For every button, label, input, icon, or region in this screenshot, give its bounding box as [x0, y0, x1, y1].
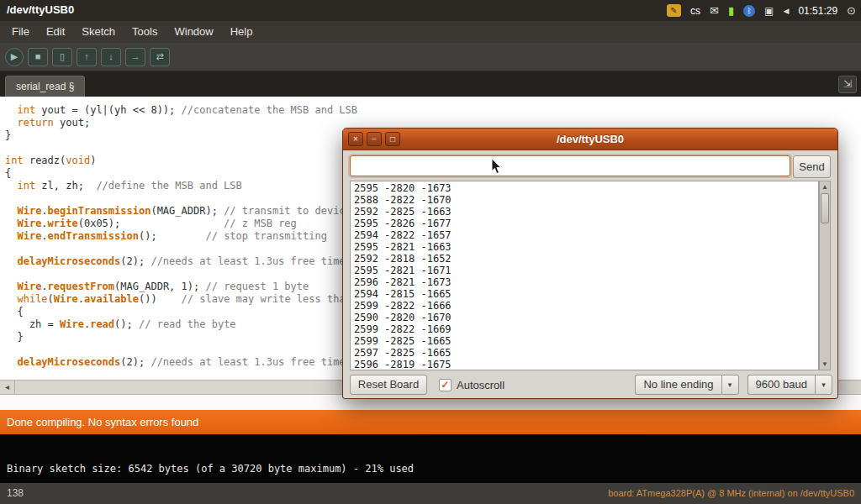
serial-output-line: 2595 -2821 -1671 [354, 265, 815, 276]
menu-file[interactable]: File [3, 21, 38, 43]
window-buttons: × − □ [348, 132, 400, 146]
mail-icon[interactable]: ✉ [710, 4, 719, 17]
serial-monitor-window: × − □ /dev/ttyUSB0 Send 2595 -2820 -1673… [342, 128, 838, 399]
clock[interactable]: 01:51:29 [798, 5, 837, 17]
tab-strip: serial_read § ⇲ [0, 71, 861, 97]
baud-value: 9600 baud [747, 375, 815, 395]
system-tray: ✎cs✉▮ᛒ▣◀ 01:51:29 ⊙ [667, 0, 856, 21]
autoscroll-checkbox[interactable]: ✓ [439, 379, 452, 391]
minimize-button[interactable]: − [367, 132, 382, 146]
keyboard-indicator-icon[interactable]: ✎ [667, 4, 681, 17]
scroll-up-arrow[interactable]: ▲ [820, 181, 830, 192]
open-sketch-icon: ↑ [84, 52, 89, 61]
serial-output-line: 2597 -2825 -1665 [354, 347, 815, 359]
console: Binary sketch size: 6542 bytes (of a 307… [0, 434, 861, 483]
serial-controls: Reset Board ✓ Autoscroll No line ending … [350, 374, 832, 396]
serial-output-line: 2595 -2820 -1673 [354, 182, 815, 194]
window-titlebar[interactable]: × − □ /dev/ttyUSB0 [343, 129, 837, 150]
serial-output-line: 2594 -2815 -1665 [354, 288, 815, 300]
baud-select[interactable]: 9600 baud ▾ [747, 375, 832, 395]
serial-output-line: 2590 -2820 -1670 [354, 312, 815, 323]
window-title-panel: /dev/ttyUSB0 [7, 3, 74, 16]
maximize-button[interactable]: □ [385, 132, 400, 146]
serial-output-line: 2592 -2825 -1663 [354, 206, 815, 218]
hscroll-left-arrow[interactable]: ◂ [0, 381, 15, 394]
close-button[interactable]: × [348, 132, 363, 146]
line-number: 138 [7, 483, 24, 504]
stop-icon: ■ [35, 52, 41, 61]
serial-output-line: 2595 -2821 -1663 [354, 241, 815, 253]
serial-output-line: 2595 -2826 -1677 [354, 218, 815, 229]
serial-input[interactable] [350, 155, 790, 176]
serial-monitor-button[interactable]: ⇄ [150, 48, 170, 66]
open-sketch-button[interactable]: ↑ [77, 48, 97, 66]
status-bar: Done compiling. No syntax errors found [0, 410, 861, 434]
serial-monitor-icon: ⇄ [156, 52, 163, 61]
tab-serial-read[interactable]: serial_read § [5, 76, 85, 97]
stop-button[interactable]: ■ [28, 48, 48, 66]
chevron-down-icon[interactable]: ▾ [721, 375, 739, 395]
battery-icon[interactable]: ▮ [728, 4, 734, 17]
menu-bar: FileEditSketchToolsWindowHelp [0, 21, 861, 43]
menu-help[interactable]: Help [222, 21, 261, 43]
mouse-cursor [491, 158, 503, 175]
menu-tools[interactable]: Tools [124, 21, 166, 43]
console-text: Binary sketch size: 6542 bytes (of a 307… [7, 463, 414, 475]
serial-vscrollbar[interactable]: ▲ ▼ [819, 181, 831, 370]
serial-output-line: 2588 -2822 -1670 [354, 194, 815, 206]
send-button[interactable]: Send [793, 155, 831, 178]
serial-output-line: 2594 -2822 -1657 [354, 229, 815, 241]
scroll-down-arrow[interactable]: ▼ [820, 359, 830, 370]
tab-menu-button[interactable]: ⇲ [838, 76, 857, 93]
serial-output-line: 2599 -2822 -1666 [354, 300, 815, 312]
serial-output-line: 2596 -2819 -1675 [354, 359, 815, 370]
serial-output-line: 2592 -2818 -1652 [354, 253, 815, 265]
serial-output[interactable]: 2595 -2820 -16732588 -2822 -16702592 -28… [350, 181, 819, 370]
menu-window[interactable]: Window [166, 21, 221, 43]
bluetooth-icon[interactable]: ᛒ [743, 5, 755, 17]
reset-board-button[interactable]: Reset Board [350, 375, 427, 395]
window-title: /dev/ttyUSB0 [343, 129, 837, 150]
desktop-panel: /dev/ttyUSB0 ✎cs✉▮ᛒ▣◀ 01:51:29 ⊙ [0, 0, 861, 21]
chevron-down-icon[interactable]: ▾ [815, 375, 832, 395]
toolbar: ▶■▯↑↓→⇄ [0, 43, 861, 71]
volume-icon[interactable]: ◀ [783, 7, 789, 15]
upload-icon: → [131, 52, 140, 61]
input-language-icon[interactable]: cs [690, 5, 700, 17]
serial-output-line: 2599 -2825 -1665 [354, 335, 815, 347]
session-menu-icon[interactable]: ⊙ [847, 4, 856, 17]
serial-output-line: 2596 -2821 -1673 [354, 276, 815, 288]
save-sketch-icon: ↓ [108, 52, 114, 61]
verify-button[interactable]: ▶ [5, 48, 24, 66]
verify-icon: ▶ [11, 52, 18, 61]
scroll-thumb[interactable] [821, 193, 829, 223]
menu-edit[interactable]: Edit [38, 21, 73, 43]
line-ending-select[interactable]: No line ending ▾ [635, 375, 738, 395]
upload-button[interactable]: → [125, 48, 145, 66]
code-line: int yout = (yl|(yh << 8)); //concatenate… [5, 104, 861, 117]
autoscroll-label: Autoscroll [457, 379, 504, 391]
tray-icons: ✎cs✉▮ᛒ▣◀ [667, 4, 789, 17]
line-ending-value: No line ending [635, 375, 721, 395]
network-icon[interactable]: ▣ [764, 5, 774, 17]
board-info: board: ATmega328P(A) @ 8 MHz (internal) … [608, 483, 854, 504]
save-sketch-button[interactable]: ↓ [101, 48, 121, 66]
menu-sketch[interactable]: Sketch [73, 21, 124, 43]
new-sketch-button[interactable]: ▯ [52, 48, 72, 66]
serial-output-line: 2599 -2822 -1669 [354, 323, 815, 335]
footer-bar: 138 board: ATmega328P(A) @ 8 MHz (intern… [0, 483, 861, 504]
new-sketch-icon: ▯ [60, 52, 65, 61]
